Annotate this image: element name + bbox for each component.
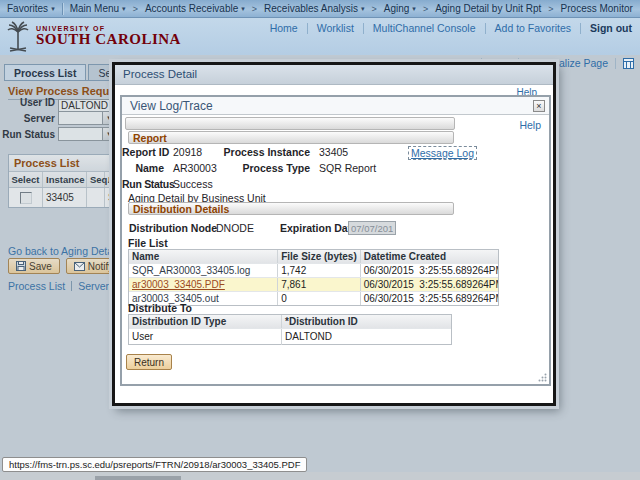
distribution-id-type: User bbox=[129, 329, 282, 345]
breadcrumb-separator: > bbox=[423, 4, 428, 14]
distribute-to-title: Distribute To bbox=[128, 302, 192, 314]
report-section-header: Report bbox=[128, 131, 454, 144]
link-divider bbox=[580, 23, 581, 34]
chevron-down-icon: ▾ bbox=[361, 5, 365, 13]
breadcrumb-accounts-receivable[interactable]: Accounts Receivable▾ bbox=[145, 3, 245, 14]
return-button-label: Return bbox=[134, 357, 164, 368]
file-datetime: 06/30/2015 3:25:55.689264PM EDT bbox=[361, 292, 498, 305]
name-value: AR30003 bbox=[173, 162, 217, 174]
distribution-id: DALTOND bbox=[282, 329, 451, 345]
message-log-link[interactable]: Message Log bbox=[408, 146, 477, 160]
link-divider bbox=[363, 23, 364, 34]
breadcrumb-label: Aging Detail by Unit Rpt bbox=[435, 3, 541, 14]
process-instance-label: Process Instance bbox=[215, 146, 310, 158]
table-row: User DALTOND bbox=[129, 328, 451, 344]
breadcrumb-separator: > bbox=[372, 4, 377, 14]
col-distribution-id: *Distribution ID bbox=[282, 315, 451, 328]
pdf-file-link[interactable]: ar30003_33405.PDF bbox=[132, 279, 225, 290]
link-divider bbox=[485, 23, 486, 34]
process-type-label: Process Type bbox=[215, 162, 310, 174]
report-id-label: Report ID bbox=[122, 146, 164, 158]
personalize-grid-icon[interactable] bbox=[623, 58, 634, 69]
breadcrumb-aging[interactable]: Aging▾ bbox=[384, 3, 416, 14]
log-file-link[interactable]: SQR_AR30003_33405.log bbox=[132, 265, 250, 276]
distribute-to-header: Distribution ID Type *Distribution ID bbox=[129, 315, 451, 328]
file-size: 0 bbox=[278, 292, 361, 305]
name-label: Name bbox=[122, 162, 164, 174]
col-file-size: File Size (bytes) bbox=[278, 250, 361, 263]
view-log-trace-dialog: View Log/Trace × Help Report Report ID 2… bbox=[120, 95, 551, 386]
breadcrumb-separator: > bbox=[548, 4, 553, 14]
link-divider bbox=[615, 58, 616, 69]
breadcrumb-separator: > bbox=[133, 4, 138, 14]
col-datetime-created: Datetime Created bbox=[361, 250, 498, 263]
distribution-node-label: Distribution Node bbox=[129, 222, 217, 234]
link-divider bbox=[307, 23, 308, 34]
resize-handle[interactable] bbox=[538, 373, 547, 382]
logo-line2: SOUTH CAROLINA bbox=[36, 32, 181, 46]
report-id-value: 20918 bbox=[173, 146, 202, 158]
distribution-node-value: DNODE bbox=[216, 222, 254, 234]
breadcrumb-process-monitor[interactable]: Process Monitor bbox=[561, 3, 633, 14]
breadcrumb-favorites[interactable]: Favorites▾ bbox=[7, 3, 55, 14]
add-to-favorites-link[interactable]: Add to Favorites bbox=[495, 22, 571, 34]
col-distribution-id-type: Distribution ID Type bbox=[129, 315, 282, 328]
distribute-to-table: Distribution ID Type *Distribution ID Us… bbox=[128, 314, 452, 345]
run-status-label: Run Status bbox=[122, 178, 164, 190]
file-list-title: File List bbox=[128, 237, 168, 249]
process-detail-title: Process Detail bbox=[115, 65, 553, 85]
chevron-down-icon: ▾ bbox=[122, 5, 126, 13]
table-row: ar30003_33405.PDF 7,861 06/30/2015 3:25:… bbox=[129, 277, 498, 291]
university-logo: UNIVERSITY OF SOUTH CAROLINA bbox=[6, 20, 181, 52]
return-button[interactable]: Return bbox=[126, 354, 172, 370]
distribution-details-section-header: Distribution Details bbox=[128, 202, 454, 215]
breadcrumb-separator: > bbox=[252, 4, 257, 14]
run-status-value: Success bbox=[173, 178, 213, 190]
breadcrumb-divider bbox=[62, 3, 63, 15]
chevron-down-icon: ▾ bbox=[412, 5, 416, 13]
header-links: Home Worklist MultiChannel Console Add t… bbox=[270, 22, 632, 34]
expiration-date-input bbox=[348, 221, 396, 235]
worklist-link[interactable]: Worklist bbox=[317, 22, 354, 34]
breadcrumb-aging-detail-by-unit-rpt[interactable]: Aging Detail by Unit Rpt bbox=[435, 3, 541, 14]
breadcrumb-label: Receivables Analysis bbox=[264, 3, 358, 14]
usc-palmetto-logo-icon bbox=[6, 20, 30, 52]
file-list-table: Name File Size (bytes) Datetime Created … bbox=[128, 249, 499, 306]
home-link[interactable]: Home bbox=[270, 22, 298, 34]
file-datetime: 06/30/2015 3:25:55.689264PM EDT bbox=[361, 278, 498, 291]
table-row: SQR_AR30003_33405.log 1,742 06/30/2015 3… bbox=[129, 263, 498, 277]
expiration-date-label: Expiration Date bbox=[280, 222, 357, 234]
dialog-title: View Log/Trace bbox=[122, 97, 549, 115]
close-icon[interactable]: × bbox=[533, 100, 545, 112]
sign-out-link[interactable]: Sign out bbox=[590, 22, 632, 34]
help-link[interactable]: Help bbox=[519, 119, 541, 131]
breadcrumb-label: Process Monitor bbox=[561, 3, 633, 14]
browser-status-url: https://fms-trn.ps.sc.edu/psreports/FTRN… bbox=[2, 457, 307, 472]
process-type-value: SQR Report bbox=[319, 162, 376, 174]
breadcrumb: Favorites▾ Main Menu▾ > Accounts Receiva… bbox=[0, 0, 640, 18]
breadcrumb-label: Favorites bbox=[7, 3, 48, 14]
breadcrumb-label: Aging bbox=[384, 3, 410, 14]
dialog-separator-bar bbox=[125, 117, 455, 130]
breadcrumb-receivables-analysis[interactable]: Receivables Analysis▾ bbox=[264, 3, 364, 14]
file-list-header: Name File Size (bytes) Datetime Created bbox=[129, 250, 498, 263]
file-size: 7,861 bbox=[278, 278, 361, 291]
multichannel-console-link[interactable]: MultiChannel Console bbox=[373, 22, 476, 34]
breadcrumb-label: Accounts Receivable bbox=[145, 3, 238, 14]
file-datetime: 06/30/2015 3:25:55.689264PM EDT bbox=[361, 264, 498, 277]
breadcrumb-label: Main Menu bbox=[70, 3, 119, 14]
process-detail-modal: Process Detail Help View Log/Trace × Hel… bbox=[112, 62, 556, 406]
breadcrumb-main-menu[interactable]: Main Menu▾ bbox=[70, 3, 126, 14]
process-instance-value: 33405 bbox=[319, 146, 348, 158]
chevron-down-icon: ▾ bbox=[51, 5, 55, 13]
bottom-strip-segment bbox=[95, 476, 181, 480]
col-name: Name bbox=[129, 250, 278, 263]
file-size: 1,742 bbox=[278, 264, 361, 277]
chevron-down-icon: ▾ bbox=[241, 5, 245, 13]
